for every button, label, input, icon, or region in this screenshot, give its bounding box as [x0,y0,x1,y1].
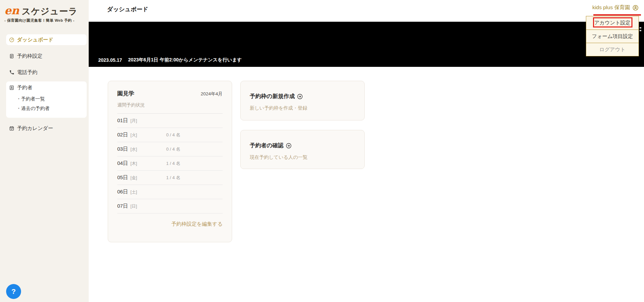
visit-card-subtitle: 週間予約状況 [117,102,223,108]
sidebar-item-slot-settings[interactable]: 予約枠設定 [6,51,87,61]
dow-label: [日] [130,204,137,209]
logo-en-text: en [4,4,19,17]
gauge-icon [9,37,15,43]
sidebar-subitem-label: ・過去の予約者 [16,106,50,112]
dow-label: [火] [130,132,137,138]
dow-label: [土] [130,189,137,195]
news-text: 2023年8月1日保育園メッセに出展いたします [128,68,226,74]
page-title: ダッシュボード [107,5,148,13]
day-label: 03日 [117,146,128,152]
account-name: kids plus 保育園 [592,4,630,11]
account-menu-trigger[interactable]: kids plus 保育園 [592,4,639,11]
table-row: 02日[火] 0 / 4 名 [117,128,223,142]
table-row: 03日[水] 0 / 4 名 [117,142,223,156]
sidebar-subitem-reserver-list[interactable]: ・予約者一覧 [16,94,84,104]
menu-item-label: フォーム項目設定 [592,33,633,40]
check-reservers-card-title: 予約者の確認 [250,142,364,149]
dow-label: [木] [130,161,137,167]
account-dropdown-menu: アカウント設定 フォーム項目設定 ログアウト [586,16,639,56]
check-reservers-card[interactable]: 予約者の確認 現在予約している人の一覧 [240,130,365,169]
sidebar-item-reservers[interactable]: 予約者 [6,82,87,93]
arrow-circle-icon [285,143,292,149]
weekly-reservation-table: 01日[月] 02日[火] 0 / 4 名 03日[水] 0 / 4 名 04日… [117,113,223,213]
create-slot-card-title: 予約枠の新規作成 [250,93,364,100]
menu-item-account-settings[interactable]: アカウント設定 [586,16,639,30]
day-label: 02日 [117,132,128,138]
day-label: 01日 [117,117,128,124]
sidebar-item-label: ダッシュボード [17,37,53,43]
logo-name-text: スケジューラ [22,5,78,17]
menu-item-logout[interactable]: ログアウト [586,43,639,56]
sidebar-item-phone-reservation[interactable]: 電話予約 [6,67,87,78]
sidebar-subitem-label: ・予約者一覧 [16,96,45,102]
sidebar-item-reservation-calendar[interactable]: 予約カレンダー [6,123,87,134]
help-button[interactable]: ? [6,284,21,299]
sidebar-item-dashboard[interactable]: ダッシュボード [6,34,87,45]
sidebar-group-reservers: 予約者 ・予約者一覧 ・過去の予約者 [6,81,87,118]
menu-item-label: ログアウト [599,46,626,53]
annotation-red-underline [593,14,641,16]
news-text: 2023年6月1日 午前2:00からメンテナンスを行います [128,57,242,63]
dow-label: [金] [130,175,137,181]
sidebar: en スケジューラ - 保育園向け園児集客！簡単 Web 予約 - ダッシュボー… [0,0,89,302]
reservation-count: 1 / 4 名 [166,175,180,181]
news-item: 2023.05.17 2023年6月1日 午前2:00からメンテナンスを行います [98,57,242,63]
sidebar-item-label: 予約者 [17,84,32,91]
calendar-icon [9,126,15,131]
card-title-text: 予約枠の新規作成 [250,93,295,100]
sidebar-subitem-past-reservers[interactable]: ・過去の予約者 [16,104,84,113]
visit-card-month: 2024年4月 [201,91,223,97]
sidebar-item-label: 予約カレンダー [17,125,53,132]
sidebar-item-label: 予約枠設定 [17,53,42,59]
table-row: 05日[金] 1 / 4 名 [117,171,223,185]
news-date: 2023.05.05 [98,68,122,73]
news-banner: 2023.05.17 2023年6月1日 午前2:00からメンテナンスを行います… [89,22,644,67]
table-row: 04日[木] 1 / 4 名 [117,156,223,171]
person-circle-icon [632,4,639,11]
arrow-circle-icon [297,93,303,100]
app-logo: en スケジューラ [4,4,78,17]
dow-label: [水] [130,147,137,152]
news-item: 2023.05.05 2023年8月1日保育園メッセに出展いたします [98,68,226,74]
logo-tagline: - 保育園向け園児集客！簡単 Web 予約 - [4,18,74,23]
menu-item-form-settings[interactable]: フォーム項目設定 [586,30,639,43]
day-label: 05日 [117,174,128,181]
create-slot-card[interactable]: 予約枠の新規作成 新しい予約枠を作成・登録 [240,81,365,120]
check-reservers-card-subtitle: 現在予約している人の一覧 [250,154,364,161]
day-label: 07日 [117,203,128,209]
visit-card-header: 園見学 2024年4月 [117,90,223,97]
card-title-text: 予約者の確認 [250,142,283,149]
question-mark-icon: ? [12,287,16,296]
reservation-count: 0 / 4 名 [166,146,180,152]
document-icon [9,53,15,59]
table-row: 06日[土] [117,185,223,199]
phone-icon [9,70,15,75]
person-card-icon [9,85,15,91]
visit-card-title: 園見学 [117,90,134,97]
news-date: 2023.05.17 [98,57,122,63]
reservation-count: 1 / 4 名 [166,161,180,167]
menu-item-label: アカウント設定 [594,20,631,26]
dashboard-page: en スケジューラ - 保育園向け園児集客！簡単 Web 予約 - ダッシュボー… [0,0,644,302]
sidebar-item-label: 電話予約 [17,69,37,76]
dow-label: [月] [130,118,137,124]
table-row: 07日[日] [117,199,223,213]
create-slot-card-subtitle: 新しい予約枠を作成・登録 [250,105,364,111]
day-label: 06日 [117,189,128,195]
day-label: 04日 [117,160,128,167]
obscured-content-fragment [640,27,641,32]
edit-slot-settings-link[interactable]: 予約枠設定を編集する [117,221,223,227]
visit-summary-card: 園見学 2024年4月 週間予約状況 01日[月] 02日[火] 0 / 4 名… [108,81,232,242]
table-row: 01日[月] [117,114,223,128]
reservation-count: 0 / 4 名 [166,132,180,138]
